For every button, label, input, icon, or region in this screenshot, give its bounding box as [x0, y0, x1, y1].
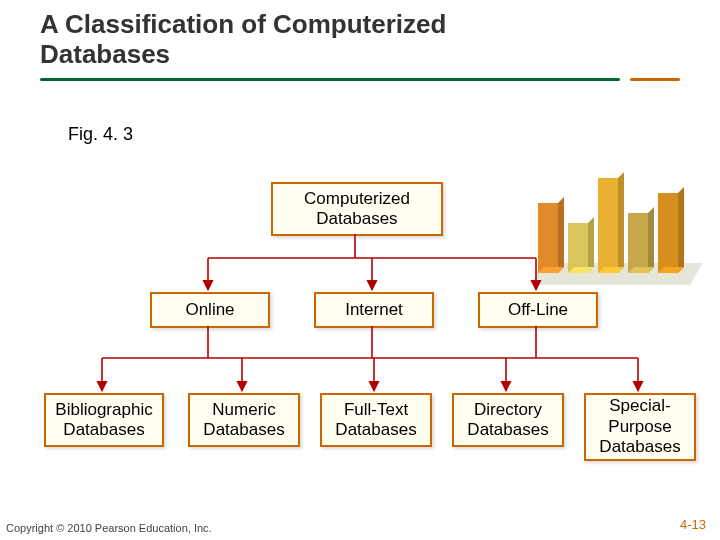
node-numeric: NumericDatabases [188, 393, 300, 447]
title-line1: A Classification of Computerized [40, 9, 446, 39]
slide: A Classification of Computerized Databas… [0, 0, 720, 540]
node-root: ComputerizedDatabases [271, 182, 443, 236]
barchart-illustration [530, 165, 690, 285]
slide-title: A Classification of Computerized Databas… [40, 10, 446, 70]
title-underline-accent [630, 78, 680, 81]
copyright-footer: Copyright © 2010 Pearson Education, Inc. [6, 522, 212, 534]
node-fulltext: Full-TextDatabases [320, 393, 432, 447]
node-bibliographic: BibliographicDatabases [44, 393, 164, 447]
node-special: Special-PurposeDatabases [584, 393, 696, 461]
node-internet: Internet [314, 292, 434, 328]
node-online: Online [150, 292, 270, 328]
figure-label: Fig. 4. 3 [68, 124, 133, 145]
title-line2: Databases [40, 39, 170, 69]
node-directory: DirectoryDatabases [452, 393, 564, 447]
node-offline: Off-Line [478, 292, 598, 328]
title-underline [40, 78, 620, 81]
page-number: 4-13 [680, 517, 706, 532]
